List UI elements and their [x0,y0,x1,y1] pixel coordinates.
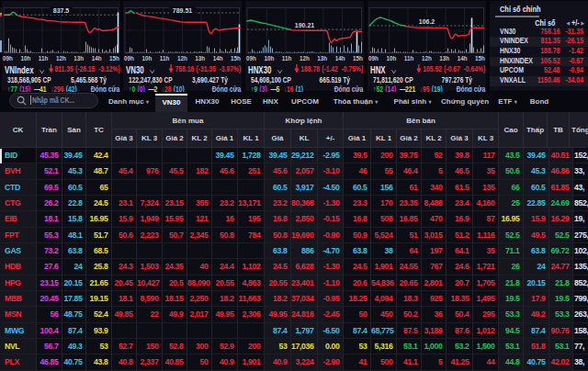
svg-text:837.5: 837.5 [53,7,70,14]
svg-text:789.51: 789.51 [173,7,193,14]
svg-text:190.21: 190.21 [295,22,315,28]
svg-text:106.2: 106.2 [419,18,435,25]
